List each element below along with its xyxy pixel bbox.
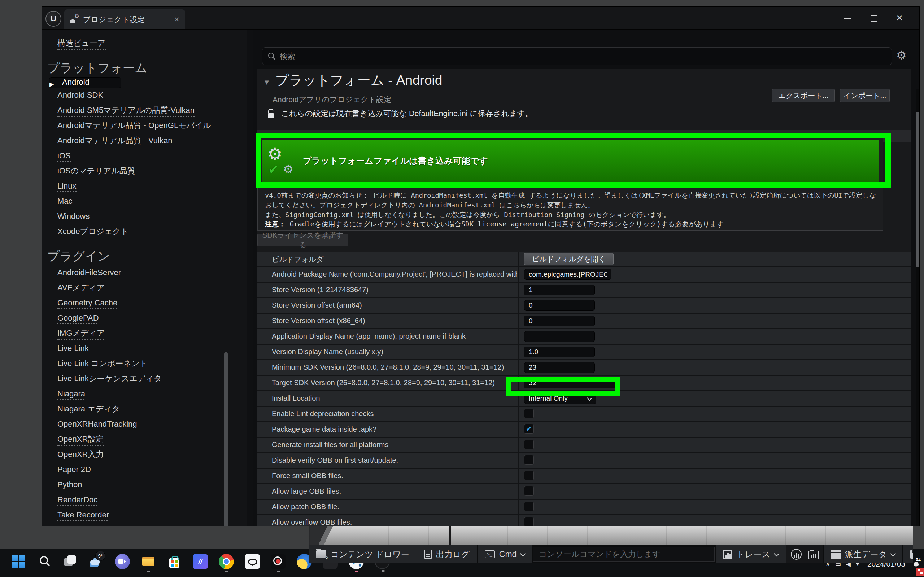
sidebar-item[interactable]: Geometry Cache [49, 296, 237, 311]
settings-table: ビルドフォルダ ビルドフォルダを開く Android Package Name … [257, 252, 911, 526]
setting-checkbox[interactable] [524, 517, 534, 526]
setting-input[interactable] [524, 377, 615, 388]
mediaapp-icon[interactable] [245, 554, 260, 569]
devapp-icon[interactable] [193, 554, 208, 569]
recorder-icon[interactable] [271, 554, 286, 569]
sidebar-item[interactable]: Python [49, 477, 237, 493]
accept-sdk-license-button[interactable]: SDKライセンスを承諾する [257, 234, 348, 246]
close-icon[interactable] [895, 14, 903, 22]
setting-checkbox[interactable]: ✔ [524, 424, 534, 434]
settings-gear-icon[interactable]: ⚙ [896, 48, 907, 62]
project-settings-window: U プロジェクト設定 × 構造ビューア [42, 6, 920, 526]
sidebar-item[interactable]: iOS [49, 148, 237, 164]
derived-data-button[interactable]: 派生データ [824, 545, 902, 563]
settings-main-panel: 検索 ⚙ ▼ プラットフォーム - Android Androidアプリのプロジ… [253, 29, 919, 526]
setting-input[interactable] [524, 362, 595, 373]
sidebar-item[interactable]: ▶ Android [49, 77, 121, 88]
setting-label: Force small OBB files. [257, 469, 519, 483]
setting-checkbox[interactable] [524, 501, 534, 511]
setting-checkbox[interactable] [524, 455, 534, 465]
chevron-down-icon [774, 551, 780, 556]
setting-input[interactable] [524, 347, 595, 357]
sidebar-item[interactable]: Android SM5マテリアルの品質-Vulkan [49, 103, 237, 118]
sidebar-scrollbar[interactable] [224, 352, 228, 526]
sidebar-item[interactable]: Live Link [49, 341, 237, 356]
main-scrollbar-thumb[interactable] [916, 112, 920, 267]
console-command-input[interactable]: コンソールコマンドを入力します [533, 547, 715, 562]
platform-gears-check-icon: ⚙⚙✔ [268, 148, 294, 174]
notification-bell-icon[interactable]: zZ [913, 561, 920, 567]
table-row: Enable Lint depreciation checks [257, 407, 911, 422]
search-icon[interactable] [37, 554, 52, 569]
tab-title: プロジェクト設定 [83, 15, 170, 24]
sidebar-item[interactable]: Live Link コンポーネント [49, 356, 237, 371]
sidebar-item[interactable]: IMGメディア [49, 326, 237, 341]
setting-label: Package game data inside .apk? [257, 422, 519, 437]
sidebar-item[interactable]: Take Recorder [49, 508, 237, 523]
setting-input[interactable] [524, 300, 595, 311]
trace-button[interactable]: トレース [716, 545, 786, 563]
sidebar-item[interactable]: Paper 2D [49, 462, 237, 477]
taskview-icon[interactable] [63, 554, 78, 569]
setting-checkbox[interactable] [524, 486, 534, 496]
sidebar-item[interactable]: Live Linkシーケンスエディタ [49, 371, 237, 387]
minimize-icon[interactable] [843, 14, 851, 22]
sidebar-item[interactable]: Mac [49, 194, 237, 209]
table-row: Store Version offset (x86_64) [257, 314, 911, 329]
content-drawer-icon [316, 550, 326, 558]
setting-checkbox[interactable] [524, 471, 534, 480]
chat-icon[interactable] [115, 554, 130, 569]
table-row: Force small OBB files. [257, 469, 911, 484]
table-row: Android Package Name ('com.Company.Proje… [257, 267, 911, 283]
content-drawer-button[interactable]: コンテンツ ドロワー [309, 545, 417, 563]
search-placeholder: 検索 [280, 51, 295, 61]
sidebar-item[interactable]: AVFメディア [49, 280, 237, 296]
sidebar-item[interactable]: RenderDoc [49, 493, 237, 508]
sidebar-item[interactable]: 構造ビューア [49, 36, 237, 51]
setting-input[interactable] [524, 316, 595, 326]
sidebar-item[interactable]: Androidマテリアル品質 - Vulkan [49, 134, 237, 148]
setting-input[interactable] [524, 285, 595, 295]
save-all-button[interactable]: すべて [903, 545, 913, 563]
output-log-button[interactable]: 出力ログ [417, 545, 477, 563]
maximize-icon[interactable] [869, 14, 877, 22]
page-title: プラットフォーム - Android [275, 71, 442, 89]
setting-checkbox[interactable] [524, 440, 534, 449]
setting-input[interactable] [524, 269, 611, 280]
tab-project-settings[interactable]: プロジェクト設定 × [64, 10, 185, 29]
cmd-console-button[interactable]: >_ Cmd [478, 545, 532, 563]
insights-session-icon[interactable] [791, 549, 802, 560]
chrome-icon[interactable] [219, 554, 234, 569]
corner-app-icon[interactable] [916, 567, 924, 576]
insights-snapshot-icon[interactable] [808, 551, 819, 559]
folder-icon[interactable] [141, 554, 156, 569]
sidebar-item[interactable]: iOSのマテリアル品質 [49, 164, 237, 179]
setting-input[interactable] [524, 331, 595, 342]
install-location-select[interactable]: Internal Only [524, 393, 596, 404]
sidebar-item[interactable]: Niagara [49, 387, 237, 402]
store-icon[interactable] [167, 554, 182, 569]
sidebar-item[interactable]: OpenXRHandTracking [49, 417, 237, 432]
sidebar-item[interactable]: Niagara エディタ [49, 402, 237, 417]
sidebar-item[interactable]: Androidマテリアル品質 - OpenGLモバイル [49, 118, 237, 134]
platform-writable-banner: ⚙⚙✔ プラットフォームファイルは書き込み可能です [262, 140, 879, 182]
open-build-folder-button[interactable]: ビルドフォルダを開く [524, 253, 614, 265]
sidebar-item[interactable]: OpenXR設定 [49, 432, 237, 447]
sidebar-item[interactable]: Xcodeプロジェクト [49, 224, 237, 239]
sidebar-item[interactable]: Linux [49, 179, 237, 194]
setting-label: Allow overflow OBB files. [257, 515, 519, 526]
sidebar-item[interactable]: Windows [49, 209, 237, 224]
sidebar-item[interactable]: AndroidFileServer [49, 266, 237, 280]
unreal-logo-icon[interactable]: U [45, 11, 61, 27]
sidebar-item[interactable]: OpenXR入力 [49, 447, 237, 462]
export-button[interactable]: エクスポート... [772, 89, 835, 102]
tab-close-icon[interactable]: × [174, 15, 179, 24]
search-input[interactable]: 検索 [262, 47, 892, 65]
weather-icon[interactable]: 9° [89, 554, 104, 569]
sidebar-item[interactable]: Android SDK [49, 88, 237, 103]
collapse-arrow-icon[interactable]: ▼ [263, 78, 270, 87]
sidebar-item[interactable]: GooglePAD [49, 311, 237, 326]
import-button[interactable]: インポート... [840, 89, 890, 102]
start-icon[interactable] [11, 554, 26, 569]
setting-checkbox[interactable] [524, 409, 534, 418]
